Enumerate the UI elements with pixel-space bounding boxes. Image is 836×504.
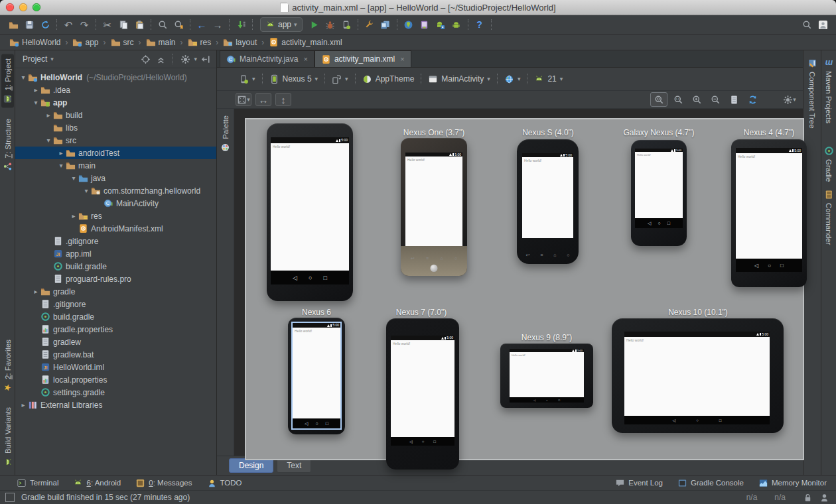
locate-icon[interactable]	[139, 52, 152, 66]
breadcrumb-item-src[interactable]: src	[108, 36, 137, 48]
tree-open-arrow-icon[interactable]: ▾	[82, 187, 90, 194]
toolwindow-button-0-messages[interactable]: 0: Messages	[135, 478, 192, 488]
toolwindow-button-todo[interactable]: TODO	[207, 478, 242, 488]
designer-button-h-arrows[interactable]: ↔	[255, 93, 271, 106]
sdk-manager-icon[interactable]	[401, 17, 417, 32]
tree-item-build.gradle[interactable]: build.gradle	[15, 310, 216, 323]
toolwindow-button-6-android[interactable]: 6: Android	[73, 478, 121, 488]
back-icon[interactable]: ←	[194, 17, 210, 32]
update-project-icon[interactable]	[233, 17, 249, 32]
android-update-icon[interactable]	[433, 17, 449, 32]
tree-item-src[interactable]: ▾src	[15, 134, 216, 147]
tree-open-arrow-icon[interactable]: ▾	[57, 162, 65, 169]
tree-open-arrow-icon[interactable]: ▾	[44, 137, 52, 144]
breadcrumb-item-layout[interactable]: layout	[220, 36, 259, 48]
toolwindow-toggle-icon[interactable]	[5, 493, 15, 502]
tree-closed-arrow-icon[interactable]: ▸	[70, 212, 78, 220]
design-canvas[interactable]: 5:00Hello world!◁○□Nexus One (3.7")5:00H…	[245, 118, 804, 460]
android-icon[interactable]	[449, 17, 464, 32]
sync-icon[interactable]	[37, 17, 53, 32]
breadcrumb-item-activity_main.xml[interactable]: activity_main.xml	[266, 36, 344, 48]
tree-item-build.gradle[interactable]: build.gradle	[15, 260, 216, 273]
find-icon[interactable]	[155, 17, 171, 32]
device-preview-nexus-6[interactable]: 5:00Hello world!◁○□	[288, 318, 345, 434]
designer-control-activity-mainactivity[interactable]: MainActivity▾	[425, 72, 494, 86]
tool-strip-tab-gradle[interactable]: Gradle	[823, 142, 835, 186]
run-icon[interactable]	[307, 17, 322, 32]
tree-closed-arrow-icon[interactable]: ▸	[32, 288, 40, 295]
tree-item-settings.gradle[interactable]: settings.gradle	[15, 386, 216, 399]
device-preview-nexus-4[interactable]: 5:00Hello world!◁○□	[731, 139, 807, 287]
device-preview-nexus-one[interactable]: 5:00Hello world!↩≡⌂○	[401, 138, 467, 276]
collapse-all-icon[interactable]	[154, 52, 167, 66]
save-icon[interactable]	[21, 17, 37, 32]
tree-open-arrow-icon[interactable]: ▾	[70, 174, 78, 182]
tree-item-app.iml[interactable]: JIapp.iml	[15, 247, 216, 260]
tree-item-.gitignore[interactable]: .gitignore	[15, 298, 216, 310]
breadcrumb-item-res[interactable]: res	[185, 36, 214, 48]
designer-control-config-phone[interactable]: ▾	[236, 72, 259, 86]
designer-button-fit-screen[interactable]: ▾	[236, 93, 251, 106]
tool-strip-tab-7-structure[interactable]: 7: Structure	[1, 115, 14, 175]
tree-item-gradlew[interactable]: gradlew	[15, 336, 216, 348]
designer-button-zoom-in[interactable]	[689, 93, 705, 106]
tree-item-libs[interactable]: libs	[15, 121, 216, 134]
tree-item-java[interactable]: ▾java	[15, 172, 216, 184]
designer-button-preview-doc[interactable]	[726, 93, 742, 106]
tree-closed-arrow-icon[interactable]: ▸	[32, 86, 40, 94]
copy-icon[interactable]	[115, 17, 131, 32]
lock-icon[interactable]	[803, 493, 813, 503]
redo-icon[interactable]: ↷	[76, 17, 92, 32]
tree-closed-arrow-icon[interactable]: ▸	[57, 149, 65, 157]
breadcrumb-item-HelloWorld[interactable]: HelloWorld	[7, 36, 63, 48]
designer-button-zoom-fit[interactable]	[650, 92, 667, 107]
tree-item-proguard-rules.pro[interactable]: proguard-rules.pro	[15, 273, 216, 285]
tree-open-arrow-icon[interactable]: ▾	[32, 99, 40, 106]
find-in-path-icon[interactable]	[171, 17, 186, 32]
close-tab-icon[interactable]: ×	[303, 55, 307, 63]
help-icon[interactable]: ?	[472, 17, 488, 32]
device-preview-galaxy-nexus[interactable]: 5:00Hello world!◁○□	[631, 140, 687, 246]
debug-icon[interactable]	[322, 17, 338, 32]
designer-control-theme-apptheme[interactable]: AppTheme	[359, 72, 418, 86]
tool-strip-tab-maven-projects[interactable]: mMaven Projects	[823, 56, 835, 127]
designer-control-android-head-21[interactable]: 21▾	[531, 72, 566, 86]
project-view-selector[interactable]: Project ▾	[19, 53, 57, 65]
hector-icon[interactable]	[819, 493, 829, 503]
tree-item-build[interactable]: ▸build	[15, 109, 216, 121]
open-icon[interactable]	[5, 17, 21, 32]
designer-button-v-arrows[interactable]: ↕	[275, 93, 291, 106]
settings-icon[interactable]	[178, 52, 192, 66]
designer-control-phone-nexus-5[interactable]: Nexus 5▾	[266, 72, 322, 86]
device-preview-nexus-9[interactable]: 5:00Hello world!◁○□	[500, 344, 593, 408]
tree-item-HelloWorld.iml[interactable]: JIHelloWorld.iml	[15, 361, 216, 373]
device-monitor-icon[interactable]	[417, 17, 433, 32]
designer-mode-tab-text[interactable]: Text	[277, 458, 311, 473]
search-icon[interactable]	[799, 17, 815, 32]
tree-closed-arrow-icon[interactable]: ▸	[44, 111, 52, 119]
hide-icon[interactable]	[199, 52, 212, 66]
toolwindow-button-memory-monitor[interactable]: Memory Monitor	[758, 478, 827, 488]
forward-icon[interactable]: →	[210, 17, 226, 32]
tree-item-.idea[interactable]: ▸.idea	[15, 84, 216, 96]
tree-item-MainActivity[interactable]: CMainActivity	[15, 197, 216, 210]
tree-item-HelloWorld[interactable]: ▾HelloWorld(~/StudioProject/HelloWorld)	[15, 71, 216, 84]
breadcrumb-item-main[interactable]: main	[143, 36, 178, 48]
designer-mode-tab-design[interactable]: Design	[229, 458, 273, 473]
tree-item-gradle[interactable]: ▸gradle	[15, 285, 216, 298]
device-preview-nexus-7[interactable]: 5:00Hello world!◁○□	[386, 318, 459, 470]
tree-item-AndroidManifest.xml[interactable]: AndroidManifest.xml	[15, 222, 216, 235]
designer-control-globe[interactable]: ▾	[501, 72, 524, 86]
paste-icon[interactable]	[131, 17, 147, 32]
toolwindow-button-terminal[interactable]: Terminal	[17, 478, 58, 488]
tree-item-res[interactable]: ▸res	[15, 210, 216, 222]
tool-strip-tab-2-favorites[interactable]: ★2: Favorites	[2, 336, 13, 397]
tree-item-com.stormzhang.helloworld[interactable]: ▾com.stormzhang.helloworld	[15, 184, 216, 197]
tree-item-local.properties[interactable]: local.properties	[15, 373, 216, 386]
tab-component-tree[interactable]: Component Tree	[806, 54, 819, 133]
designer-button-refresh[interactable]	[744, 93, 760, 106]
tree-item-External Libraries[interactable]: ▸External Libraries	[15, 399, 216, 411]
device-preview-nexus-5[interactable]: 5:00Hello world!◁○□	[267, 123, 353, 301]
tree-item-gradle.properties[interactable]: gradle.properties	[15, 323, 216, 336]
designer-button-zoom-out[interactable]	[707, 93, 723, 106]
